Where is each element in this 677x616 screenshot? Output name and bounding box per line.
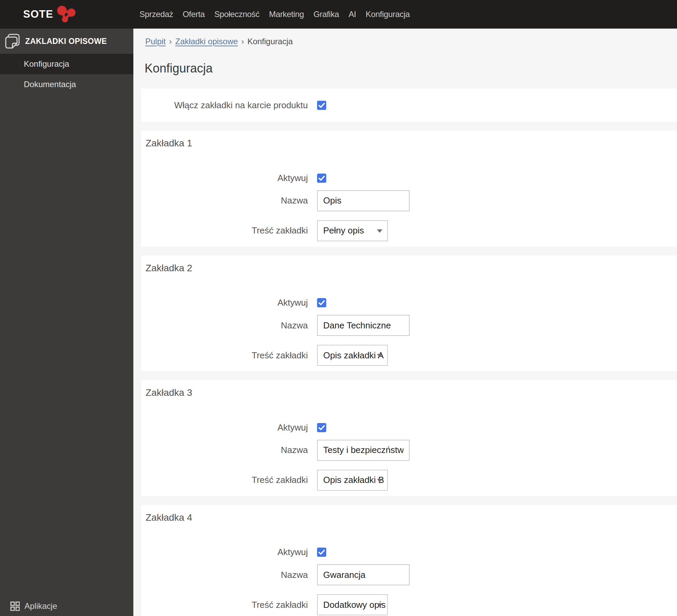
tabs-module-icon xyxy=(5,33,20,49)
content-label: Treść zakładki xyxy=(141,225,308,236)
tab4-content-select-value: Dodatkowy opis xyxy=(323,600,386,610)
name-row: Nazwa xyxy=(141,315,677,336)
breadcrumb-link-zakladki-opisowe[interactable]: Zakładki opisowe xyxy=(175,37,238,46)
page-title: Konfiguracja xyxy=(145,61,677,76)
active-row: Aktywuj xyxy=(141,547,677,557)
active-row: Aktywuj xyxy=(141,297,677,308)
chevron-down-icon xyxy=(377,354,382,357)
tab3-content-select[interactable]: Opis zakładki B xyxy=(317,470,388,491)
tab3-name-input[interactable] xyxy=(317,440,410,461)
tab4-content-select[interactable]: Dodatkowy opis xyxy=(317,594,388,615)
breadcrumb-current: Konfiguracja xyxy=(247,37,293,46)
tab2-name-input[interactable] xyxy=(317,315,410,336)
nav-item-ai[interactable]: AI xyxy=(349,10,356,19)
sote-logo[interactable]: SOTE xyxy=(23,0,76,29)
tab-card-4: Zakładka 4 Aktywuj Nazwa Treść zakładki … xyxy=(141,505,677,616)
content-label: Treść zakładki xyxy=(141,350,308,361)
nav-item-grafika[interactable]: Grafika xyxy=(313,10,339,19)
name-label: Nazwa xyxy=(141,320,308,331)
tab-card-1: Zakładka 1 Aktywuj Nazwa Treść zakładki … xyxy=(141,131,677,247)
sidebar-item-konfiguracja[interactable]: Konfiguracja xyxy=(0,54,133,74)
content-label: Treść zakładki xyxy=(141,600,308,610)
active-row: Aktywuj xyxy=(141,173,677,183)
tab-card-heading: Zakładka 1 xyxy=(141,137,677,149)
checkmark-icon xyxy=(317,298,326,307)
tab4-active-checkbox[interactable] xyxy=(317,548,326,557)
tab4-name-input[interactable] xyxy=(317,564,410,585)
sidebar-apps-button[interactable]: Aplikacje xyxy=(0,596,133,616)
chevron-down-icon xyxy=(377,229,382,233)
sidebar-item-dokumentacja[interactable]: Dokumentacja xyxy=(0,74,133,95)
tab-card-heading: Zakładka 3 xyxy=(141,387,677,399)
main-content: Pulpit›Zakładki opisowe›Konfiguracja Kon… xyxy=(133,29,677,616)
sote-logo-text: SOTE xyxy=(23,8,53,20)
content-row: Treść zakładki Opis zakładki B xyxy=(141,470,677,491)
sote-molecule-icon xyxy=(56,5,76,24)
tab1-active-checkbox[interactable] xyxy=(317,174,326,183)
breadcrumb: Pulpit›Zakładki opisowe›Konfiguracja xyxy=(145,37,677,46)
sidebar-module-header: ZAKLADKI OPISOWE xyxy=(0,29,133,54)
sidebar-module-title: ZAKLADKI OPISOWE xyxy=(25,37,107,46)
tab1-name-input[interactable] xyxy=(317,190,410,211)
name-label: Nazwa xyxy=(141,445,308,455)
tab3-content-select-value: Opis zakładki B xyxy=(323,475,384,485)
sidebar-apps-label: Aplikacje xyxy=(24,601,57,611)
tab2-content-select-value: Opis zakładki A xyxy=(323,350,384,361)
name-row: Nazwa xyxy=(141,564,677,585)
content-label: Treść zakładki xyxy=(141,475,308,485)
tab-card-heading: Zakładka 4 xyxy=(141,512,677,523)
chevron-down-icon xyxy=(377,479,382,482)
tab1-content-select-value: Pełny opis xyxy=(323,225,364,236)
master-settings-card: Włącz zakładki na karcie produktu xyxy=(141,88,677,122)
content-row: Treść zakładki Opis zakładki A xyxy=(141,345,677,366)
nav-item-spolecznosc[interactable]: Społeczność xyxy=(214,10,260,19)
name-label: Nazwa xyxy=(141,195,308,206)
content-row: Treść zakładki Pełny opis xyxy=(141,220,677,241)
nav-item-oferta[interactable]: Oferta xyxy=(183,10,205,19)
apps-grid-icon xyxy=(10,601,20,611)
sidebar: ZAKLADKI OPISOWE Konfiguracja Dokumentac… xyxy=(0,29,133,616)
active-label: Aktywuj xyxy=(141,422,308,433)
active-label: Aktywuj xyxy=(141,173,308,183)
name-label: Nazwa xyxy=(141,570,308,580)
breadcrumb-separator: › xyxy=(169,37,172,46)
top-navbar: SOTE Sprzedaż Oferta Społeczność Marketi… xyxy=(0,0,677,29)
checkmark-icon xyxy=(317,423,326,432)
nav-item-sprzedaz[interactable]: Sprzedaż xyxy=(139,10,173,19)
nav-item-konfiguracja[interactable]: Konfiguracja xyxy=(366,10,410,19)
tab-card-2: Zakładka 2 Aktywuj Nazwa Treść zakładki … xyxy=(141,256,677,372)
content-row: Treść zakładki Dodatkowy opis xyxy=(141,594,677,615)
master-enable-row: Włącz zakładki na karcie produktu xyxy=(141,100,677,111)
active-row: Aktywuj xyxy=(141,422,677,433)
breadcrumb-link-pulpit[interactable]: Pulpit xyxy=(145,37,166,46)
name-row: Nazwa xyxy=(141,190,677,211)
checkmark-icon xyxy=(317,101,326,110)
active-label: Aktywuj xyxy=(141,547,308,557)
master-enable-label: Włącz zakładki na karcie produktu xyxy=(141,100,308,111)
master-enable-checkbox[interactable] xyxy=(317,101,326,110)
name-row: Nazwa xyxy=(141,440,677,461)
breadcrumb-separator: › xyxy=(241,37,244,46)
checkmark-icon xyxy=(317,548,326,557)
chevron-down-icon xyxy=(377,603,382,607)
checkmark-icon xyxy=(317,174,326,183)
tab-card-heading: Zakładka 2 xyxy=(141,262,677,274)
tab2-active-checkbox[interactable] xyxy=(317,298,326,307)
tab3-active-checkbox[interactable] xyxy=(317,423,326,432)
nav-item-marketing[interactable]: Marketing xyxy=(269,10,304,19)
tab1-content-select[interactable]: Pełny opis xyxy=(317,220,388,241)
tab-card-3: Zakładka 3 Aktywuj Nazwa Treść zakładki … xyxy=(141,380,677,496)
active-label: Aktywuj xyxy=(141,297,308,308)
tab2-content-select[interactable]: Opis zakładki A xyxy=(317,345,388,366)
main-menu: Sprzedaż Oferta Społeczność Marketing Gr… xyxy=(139,0,410,29)
